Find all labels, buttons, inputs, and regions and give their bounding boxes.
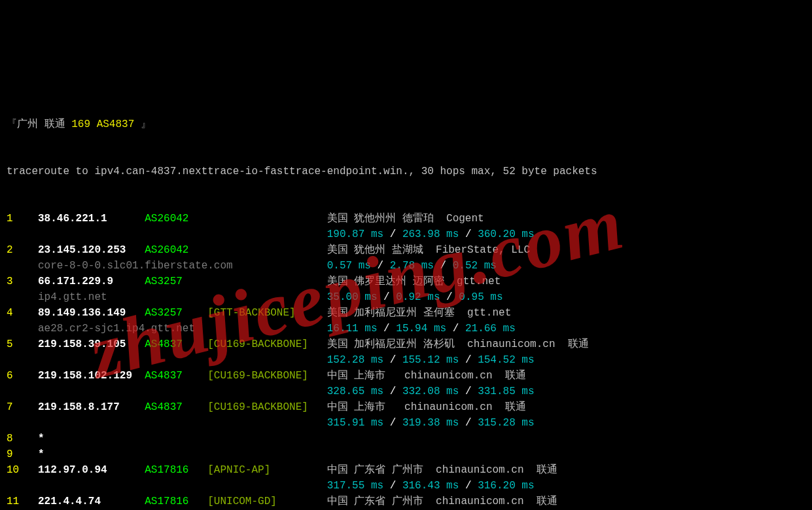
hop-latencies: 328.65 ms / 332.08 ms / 331.85 ms: [327, 386, 535, 397]
hop-location: 中国 上海市 chinaunicom.cn 联通: [327, 368, 526, 384]
hop-subrow-left: core-8-0-0.slc01.fiberstate.com: [7, 258, 327, 274]
latency-value: 316.20 ms: [478, 480, 534, 492]
latency-separator: /: [383, 354, 402, 366]
hop-latencies: 35.00 ms / 0.92 ms / 0.95 ms: [327, 291, 503, 303]
hop-ip: 89.149.136.149: [38, 305, 145, 321]
latency-separator: /: [459, 228, 478, 240]
hop-row: 7219.158.8.177AS4837[CU169-BACKBONE]中国 上…: [7, 399, 805, 415]
hop-net-tag: [UNICOM-GD]: [207, 494, 327, 509]
hop-row: 11221.4.4.74AS17816[UNICOM-GD]中国 广东省 广州市…: [7, 494, 805, 509]
latency-value: 0.57 ms: [327, 260, 371, 272]
latency-value: 2.78 ms: [390, 260, 434, 272]
hop-asn: AS4837: [145, 399, 207, 415]
latency-separator: /: [383, 417, 402, 429]
header-as-info: 169 AS4837: [71, 118, 134, 130]
header-city-isp: 广州 联通: [17, 118, 65, 130]
hop-asn: AS17816: [145, 494, 207, 509]
hop-ip: 66.171.229.9: [38, 274, 145, 289]
hop-subrow-left: ip4.gtt.net: [7, 289, 327, 305]
latency-separator: /: [459, 480, 478, 492]
hop-row: 489.149.136.149AS3257[GTT-BACKBONE]美国 加利…: [7, 305, 805, 321]
hop-number: 4: [7, 305, 38, 321]
traceroute-command: traceroute to ipv4.can-4837.nexttrace-io…: [7, 164, 805, 179]
latency-separator: /: [383, 480, 402, 492]
hop-location: 中国 广东省 广州市 chinaunicom.cn 联通: [327, 462, 557, 478]
hop-hostname: ip4.gtt.net: [38, 291, 107, 303]
latency-separator: /: [383, 228, 402, 240]
hops-list: 138.46.221.1AS26042美国 犹他州州 德雷珀 Cogent190…: [7, 211, 805, 510]
hop-net-tag: [CU169-BACKBONE]: [207, 337, 327, 352]
latency-value: 331.85 ms: [478, 386, 534, 397]
hop-row: 366.171.229.9AS3257美国 佛罗里达州 迈阿密 gtt.net: [7, 274, 805, 289]
latency-value: 319.38 ms: [402, 417, 459, 429]
hop-ip: *: [38, 431, 145, 446]
hop-number: 6: [7, 368, 38, 384]
latency-separator: /: [459, 386, 478, 397]
hop-ip: 219.158.102.129: [38, 368, 145, 384]
hop-latencies: 16.11 ms / 15.94 ms / 21.66 ms: [327, 323, 516, 335]
hop-number: 7: [7, 399, 38, 415]
latency-value: 35.00 ms: [327, 291, 378, 303]
hop-ip: 38.46.221.1: [38, 211, 145, 227]
latency-value: 0.52 ms: [453, 260, 497, 272]
hop-subrow: 190.87 ms / 263.98 ms / 360.20 ms: [7, 227, 805, 242]
latency-separator: /: [377, 291, 396, 303]
hop-location: 中国 广东省 广州市 chinaunicom.cn 联通: [327, 494, 557, 509]
latency-value: 155.12 ms: [402, 354, 459, 366]
hop-location: 美国 佛罗里达州 迈阿密 gtt.net: [327, 274, 501, 289]
hop-latencies: 152.28 ms / 155.12 ms / 154.52 ms: [327, 354, 535, 366]
hop-latencies: 190.87 ms / 263.98 ms / 360.20 ms: [327, 228, 535, 240]
latency-value: 0.92 ms: [396, 291, 440, 303]
hop-location: 美国 加利福尼亚州 洛杉矶 chinaunicom.cn 联通: [327, 337, 589, 352]
bracket-close: 』: [141, 118, 151, 130]
hop-row: 5219.158.39.105AS4837[CU169-BACKBONE]美国 …: [7, 337, 805, 352]
hop-ip: 221.4.4.74: [38, 494, 145, 509]
hop-number: 11: [7, 494, 38, 509]
latency-value: 15.94 ms: [396, 323, 446, 335]
hop-location: 美国 犹他州 盐湖城 FiberState, LLC: [327, 242, 530, 258]
terminal-output: zhujiceping.com { "watermark": "zhujicep…: [0, 0, 812, 510]
hop-net-tag: [CU169-BACKBONE]: [207, 399, 327, 415]
hop-location: 中国 上海市 chinaunicom.cn 联通: [327, 399, 526, 415]
latency-separator: /: [383, 386, 402, 397]
hop-ip: 23.145.120.253: [38, 242, 145, 258]
latency-value: 316.43 ms: [402, 480, 459, 492]
hop-row: 10112.97.0.94AS17816[APNIC-AP]中国 广东省 广州市…: [7, 462, 805, 478]
latency-value: 317.55 ms: [327, 480, 383, 492]
hop-location: 美国 加利福尼亚州 圣何塞 gtt.net: [327, 305, 512, 321]
hop-asn: AS4837: [145, 337, 207, 352]
latency-value: 315.91 ms: [327, 417, 383, 429]
latency-separator: /: [371, 260, 390, 272]
hop-asn: AS3257: [145, 305, 207, 321]
latency-value: 21.66 ms: [465, 323, 516, 335]
latency-value: 315.28 ms: [478, 417, 534, 429]
latency-value: 332.08 ms: [402, 386, 459, 397]
hop-asn: AS26042: [145, 211, 207, 227]
hop-subrow: ae28.cr2-sjc1.ip4.gtt.net16.11 ms / 15.9…: [7, 321, 805, 337]
hop-number: 1: [7, 211, 38, 227]
hop-ip: 112.97.0.94: [38, 462, 145, 478]
latency-value: 328.65 ms: [327, 386, 383, 397]
hop-row: 8*: [7, 431, 805, 446]
hop-ip: 219.158.39.105: [38, 337, 145, 352]
hop-number: 10: [7, 462, 38, 478]
hop-latencies: 0.57 ms / 2.78 ms / 0.52 ms: [327, 260, 497, 272]
latency-separator: /: [377, 323, 396, 335]
hop-subrow: 317.55 ms / 316.43 ms / 316.20 ms: [7, 478, 805, 494]
hop-number: 2: [7, 242, 38, 258]
hop-ip: *: [38, 446, 145, 462]
hop-row: 6219.158.102.129AS4837[CU169-BACKBONE]中国…: [7, 368, 805, 384]
hop-asn: AS4837: [145, 368, 207, 384]
hop-net-tag: [GTT-BACKBONE]: [207, 305, 327, 321]
hop-subrow: 152.28 ms / 155.12 ms / 154.52 ms: [7, 352, 805, 368]
hop-hostname: ae28.cr2-sjc1.ip4.gtt.net: [38, 323, 195, 335]
latency-separator: /: [440, 291, 459, 303]
hop-location: 美国 犹他州州 德雷珀 Cogent: [327, 211, 484, 227]
route-header: 『广州 联通 169 AS4837 』: [7, 117, 805, 132]
hop-subrow-left: ae28.cr2-sjc1.ip4.gtt.net: [7, 321, 327, 337]
hop-number: 9: [7, 446, 38, 462]
latency-value: 152.28 ms: [327, 354, 383, 366]
latency-separator: /: [434, 260, 453, 272]
hop-asn: AS26042: [145, 242, 207, 258]
latency-value: 263.98 ms: [402, 228, 459, 240]
